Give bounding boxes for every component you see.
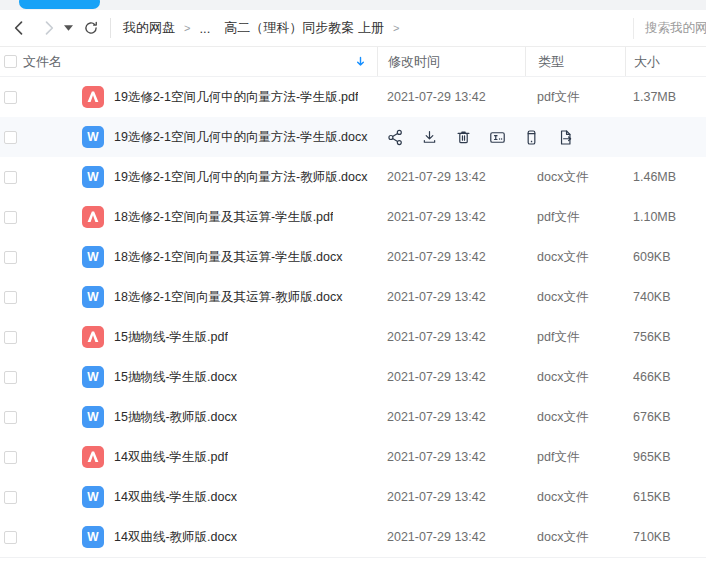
file-name[interactable]: 14双曲线-教师版.docx — [114, 529, 237, 546]
breadcrumb: 我的网盘 > ... 高二（理科）同步教案 上册 > — [123, 19, 408, 37]
file-modified: 2021-07-29 13:42 — [377, 290, 525, 304]
table-row[interactable]: 15抛物线-学生版.pdf 2021-07-29 13:42 pdf文件 756… — [0, 317, 706, 357]
rename-icon[interactable] — [487, 127, 507, 147]
file-name-cell: W 14双曲线-学生版.docx — [0, 486, 377, 508]
back-button[interactable] — [8, 17, 30, 39]
table-row[interactable]: 19选修2-1空间几何中的向量方法-学生版.pdf 2021-07-29 13:… — [0, 77, 706, 117]
file-size: 710KB — [625, 530, 706, 544]
breadcrumb-separator: > — [393, 22, 399, 34]
table-row[interactable]: W 15抛物线-教师版.docx 2021-07-29 13:42 docx文件… — [0, 397, 706, 437]
browser-tab-strip — [0, 0, 706, 10]
table-row[interactable]: 14双曲线-学生版.pdf 2021-07-29 13:42 pdf文件 965… — [0, 437, 706, 477]
file-name[interactable]: 14双曲线-学生版.pdf — [114, 449, 228, 466]
share-icon[interactable] — [385, 127, 405, 147]
file-name-cell: W 15抛物线-教师版.docx — [0, 406, 377, 428]
file-name[interactable]: 18选修2-1空间向量及其运算-学生版.pdf — [114, 209, 333, 226]
row-checkbox[interactable] — [4, 371, 17, 384]
file-name[interactable]: 15抛物线-教师版.docx — [114, 409, 237, 426]
row-checkbox[interactable] — [4, 491, 17, 504]
column-header-type[interactable]: 类型 — [525, 47, 625, 76]
file-name[interactable]: 19选修2-1空间几何中的向量方法-学生版.pdf — [114, 89, 358, 106]
docx-file-icon: W — [82, 486, 104, 508]
file-name-cell: W 19选修2-1空间几何中的向量方法-教师版.docx — [0, 166, 377, 188]
row-checkbox[interactable] — [4, 451, 17, 464]
docx-file-icon: W — [82, 406, 104, 428]
file-name[interactable]: 19选修2-1空间几何中的向量方法-教师版.docx — [114, 169, 368, 186]
docx-file-icon: W — [82, 166, 104, 188]
sort-descending-icon[interactable] — [354, 55, 367, 68]
file-modified: 2021-07-29 13:42 — [377, 170, 525, 184]
table-row[interactable]: W 14双曲线-教师版.docx 2021-07-29 13:42 docx文件… — [0, 517, 706, 557]
file-type: pdf文件 — [525, 209, 625, 226]
forward-button[interactable] — [38, 17, 60, 39]
caret-down-icon — [64, 25, 73, 31]
row-checkbox[interactable] — [4, 531, 17, 544]
breadcrumb-separator: > — [184, 22, 190, 34]
toolbar-divider — [110, 18, 111, 38]
file-type: pdf文件 — [525, 89, 625, 106]
active-browser-tab[interactable] — [19, 0, 100, 9]
column-header-filename-label[interactable]: 文件名 — [23, 53, 62, 71]
file-modified: 2021-07-29 13:42 — [377, 90, 525, 104]
file-name[interactable]: 19选修2-1空间几何中的向量方法-学生版.docx — [114, 129, 368, 146]
table-row[interactable]: W 18选修2-1空间向量及其运算-教师版.docx 2021-07-29 13… — [0, 277, 706, 317]
file-name-cell: W 14双曲线-教师版.docx — [0, 526, 377, 548]
table-row[interactable]: W 18选修2-1空间向量及其运算-学生版.docx 2021-07-29 13… — [0, 237, 706, 277]
save-to-device-icon[interactable] — [521, 127, 541, 147]
file-name-cell: W 19选修2-1空间几何中的向量方法-学生版.docx — [0, 126, 377, 148]
file-modified: 2021-07-29 13:42 — [377, 210, 525, 224]
file-name[interactable]: 18选修2-1空间向量及其运算-学生版.docx — [114, 249, 343, 266]
row-checkbox[interactable] — [4, 291, 17, 304]
table-row[interactable]: W 15抛物线-学生版.docx 2021-07-29 13:42 docx文件… — [0, 357, 706, 397]
breadcrumb-current-folder[interactable]: 高二（理科）同步教案 上册 — [224, 19, 384, 37]
history-dropdown-caret[interactable] — [62, 17, 74, 39]
delete-icon[interactable] — [453, 127, 473, 147]
file-modified: 2021-07-29 13:42 — [377, 250, 525, 264]
file-modified: 2021-07-29 13:42 — [377, 330, 525, 344]
file-type: docx文件 — [525, 249, 625, 266]
column-header-modified[interactable]: 修改时间 — [377, 47, 525, 76]
file-size: 756KB — [625, 330, 706, 344]
file-modified: 2021-07-29 13:42 — [377, 450, 525, 464]
file-name-cell: 14双曲线-学生版.pdf — [0, 446, 377, 468]
search-divider — [633, 18, 634, 39]
row-checkbox[interactable] — [4, 131, 17, 144]
breadcrumb-ellipsis[interactable]: ... — [199, 21, 210, 36]
toolbar: 我的网盘 > ... 高二（理科）同步教案 上册 > 搜索我的网盘 — [0, 10, 706, 47]
table-header: 文件名 修改时间 类型 大小 — [0, 47, 706, 77]
table-row[interactable]: 18选修2-1空间向量及其运算-学生版.pdf 2021-07-29 13:42… — [0, 197, 706, 237]
move-to-icon[interactable] — [555, 127, 575, 147]
refresh-button[interactable] — [80, 17, 102, 39]
file-name-cell: 18选修2-1空间向量及其运算-学生版.pdf — [0, 206, 377, 228]
table-row[interactable]: W 14双曲线-学生版.docx 2021-07-29 13:42 docx文件… — [0, 477, 706, 517]
row-checkbox[interactable] — [4, 211, 17, 224]
file-type: pdf文件 — [525, 329, 625, 346]
select-all-checkbox[interactable] — [4, 55, 17, 68]
table-row[interactable]: W 19选修2-1空间几何中的向量方法-教师版.docx 2021-07-29 … — [0, 157, 706, 197]
docx-file-icon: W — [82, 126, 104, 148]
table-row-hovered[interactable]: W 19选修2-1空间几何中的向量方法-学生版.docx — [0, 117, 706, 157]
row-checkbox[interactable] — [4, 411, 17, 424]
file-name-cell: 19选修2-1空间几何中的向量方法-学生版.pdf — [0, 86, 377, 108]
file-type: docx文件 — [525, 529, 625, 546]
column-header-size[interactable]: 大小 — [625, 47, 706, 76]
file-name[interactable]: 15抛物线-学生版.pdf — [114, 329, 228, 346]
row-checkbox[interactable] — [4, 91, 17, 104]
file-name-cell: 15抛物线-学生版.pdf — [0, 326, 377, 348]
row-checkbox[interactable] — [4, 331, 17, 344]
file-name-cell: W 18选修2-1空间向量及其运算-学生版.docx — [0, 246, 377, 268]
download-icon[interactable] — [419, 127, 439, 147]
file-size: 466KB — [625, 370, 706, 384]
search-input[interactable]: 搜索我的网盘 — [645, 20, 706, 37]
file-modified: 2021-07-29 13:42 — [377, 530, 525, 544]
column-header-filename: 文件名 — [0, 47, 377, 76]
file-type: docx文件 — [525, 489, 625, 506]
file-name[interactable]: 18选修2-1空间向量及其运算-教师版.docx — [114, 289, 343, 306]
file-name[interactable]: 14双曲线-学生版.docx — [114, 489, 237, 506]
breadcrumb-root[interactable]: 我的网盘 — [123, 19, 175, 37]
row-checkbox[interactable] — [4, 171, 17, 184]
file-name[interactable]: 15抛物线-学生版.docx — [114, 369, 237, 386]
row-hover-actions — [377, 127, 706, 147]
file-size: 1.37MB — [625, 90, 706, 104]
row-checkbox[interactable] — [4, 251, 17, 264]
